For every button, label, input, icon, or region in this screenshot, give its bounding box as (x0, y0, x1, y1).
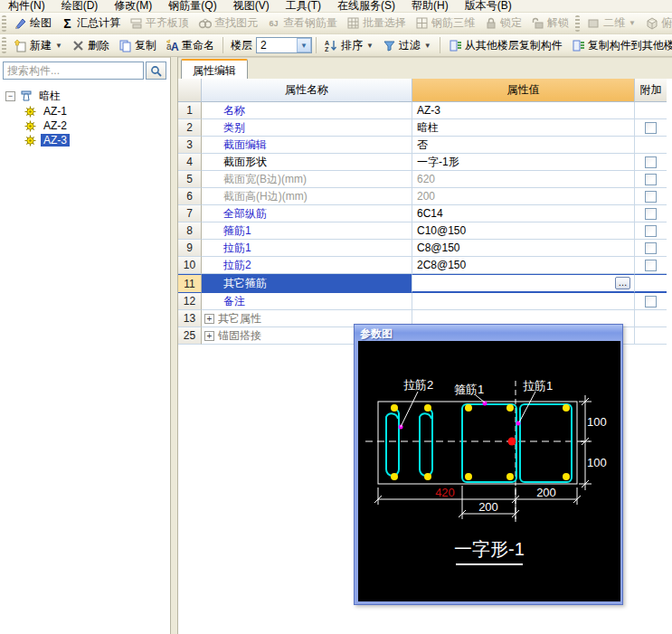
tie-markers (399, 402, 521, 430)
property-name[interactable]: 全部纵筋 (202, 205, 412, 222)
property-row-10[interactable]: 10拉筋22C8@150 (178, 257, 667, 274)
batch-select-button[interactable]: 批量选择 (342, 14, 411, 33)
expand-icon[interactable]: + (204, 314, 214, 324)
ellipsis-button[interactable]: … (615, 277, 630, 289)
attach-checkbox[interactable] (645, 122, 657, 134)
copy-to-floor-button[interactable]: 复制构件到其他楼层 (567, 36, 672, 55)
panel-splitter[interactable] (170, 57, 178, 634)
property-row-6[interactable]: 6截面高(H边)(mm)200 (178, 188, 667, 205)
tab-property-edit[interactable]: 属性编辑 (181, 59, 248, 79)
lock-button[interactable]: 锁定 (479, 14, 526, 33)
filter-button[interactable]: 过滤 ▼ (378, 36, 436, 55)
find-element-button[interactable]: 查找图元 (194, 14, 262, 33)
expand-icon[interactable]: + (204, 331, 214, 341)
param-window-titlebar[interactable]: 参数图 (355, 325, 622, 341)
sort-button[interactable]: AZ 排序 ▼ (320, 36, 378, 55)
tree-item-label[interactable]: AZ-3 (41, 134, 70, 147)
delete-button[interactable]: 删除 (67, 36, 114, 55)
menu-item[interactable]: 工具(T) (278, 0, 329, 13)
property-row-7[interactable]: 7全部纵筋6C14 (178, 205, 667, 222)
property-name[interactable]: 拉筋2 (202, 257, 412, 274)
property-value[interactable]: 暗柱 (412, 119, 635, 137)
property-row-9[interactable]: 9拉筋1C8@150 (178, 240, 667, 257)
property-name[interactable]: 其它箍筋 (202, 274, 412, 293)
attach-checkbox[interactable] (645, 191, 657, 203)
property-name[interactable]: 名称 (202, 102, 412, 119)
tree-item-AZ-2[interactable]: AZ-2 (13, 118, 170, 133)
param-diagram-window[interactable]: 参数图 (354, 324, 623, 605)
property-value[interactable]: 620 (412, 171, 635, 188)
property-value[interactable]: C10@150 (412, 222, 635, 240)
attach-checkbox[interactable] (645, 296, 657, 308)
floor-select[interactable]: 2 ▼ (256, 37, 312, 53)
property-row-12[interactable]: 12备注 (178, 293, 667, 310)
header-attach[interactable]: 附加 (635, 79, 667, 102)
tree-item-label[interactable]: AZ-1 (41, 105, 70, 118)
property-value[interactable]: AZ-3 (412, 102, 635, 119)
property-name[interactable]: 箍筋1 (202, 222, 412, 240)
property-row-11[interactable]: 11其它箍筋… (178, 274, 667, 293)
property-row-5[interactable]: 5截面宽(B边)(mm)620 (178, 171, 667, 188)
tree-root-item[interactable]: − 暗柱 (0, 88, 170, 104)
header-value[interactable]: 属性值 (412, 79, 635, 102)
menu-item[interactable]: 版本号(B) (457, 0, 520, 13)
attach-checkbox[interactable] (645, 260, 657, 271)
attach-checkbox[interactable] (645, 242, 657, 254)
copy-from-floor-button[interactable]: 从其他楼层复制构件 (444, 36, 567, 55)
property-name[interactable]: 截面宽(B边)(mm) (202, 171, 412, 188)
rename-button[interactable]: aA 重命名 (161, 36, 219, 55)
property-value[interactable]: 一字-1形 (412, 154, 635, 171)
menu-item[interactable]: 钢筋量(Q) (160, 0, 224, 13)
attach-checkbox[interactable] (645, 208, 657, 220)
toolbar-grip[interactable] (575, 15, 580, 32)
new-button[interactable]: 新建 ▼ (9, 36, 67, 55)
tree-root-label[interactable]: 暗柱 (36, 89, 63, 104)
view-rebar-qty-button[interactable]: 6J 查看钢筋量 (262, 14, 342, 33)
attach-checkbox[interactable] (645, 156, 657, 168)
property-row-3[interactable]: 3截面编辑否 (178, 137, 667, 154)
copy-button[interactable]: 复制 (114, 36, 161, 55)
property-value[interactable]: C8@150 (412, 240, 635, 257)
tree-item-AZ-3[interactable]: AZ-3 (13, 133, 170, 147)
property-name[interactable]: 截面形状 (202, 154, 412, 171)
property-row-2[interactable]: 2类别暗柱 (178, 119, 667, 137)
rebar-3d-button[interactable]: 钢筋三维 (411, 14, 479, 33)
menu-item[interactable]: 帮助(H) (403, 0, 457, 13)
property-row-4[interactable]: 4截面形状一字-1形 (178, 154, 667, 171)
menu-item[interactable]: 视图(V) (225, 0, 278, 13)
property-row-8[interactable]: 8箍筋1C10@150 (178, 222, 667, 240)
menu-item[interactable]: 构件(N) (0, 0, 53, 13)
header-name[interactable]: 属性名称 (202, 79, 412, 102)
property-value[interactable]: 2C8@150 (412, 257, 635, 274)
property-value[interactable] (412, 293, 635, 310)
search-button[interactable] (146, 62, 166, 80)
property-value[interactable]: … (412, 274, 635, 293)
draw-button[interactable]: 绘图 (9, 14, 56, 33)
property-name[interactable]: 截面高(H边)(mm) (202, 188, 412, 205)
tree-item-AZ-1[interactable]: AZ-1 (13, 104, 170, 118)
attach-checkbox[interactable] (645, 174, 657, 185)
combo-arrow-icon[interactable]: ▼ (297, 38, 311, 52)
property-row-1[interactable]: 1名称AZ-3 (178, 102, 667, 119)
property-name[interactable]: 拉筋1 (202, 240, 412, 257)
toolbar-grip[interactable] (2, 37, 6, 53)
top-view-button[interactable]: 俯视 (640, 14, 672, 33)
menu-item[interactable]: 绘图(D) (53, 0, 107, 13)
tree-item-label[interactable]: AZ-2 (41, 119, 70, 132)
view-mode-dropdown[interactable]: 二维 ▼ (582, 14, 640, 33)
search-input[interactable] (3, 62, 144, 80)
property-value[interactable]: 6C14 (412, 205, 635, 222)
attach-checkbox[interactable] (645, 225, 657, 237)
collapse-icon[interactable]: − (5, 91, 15, 101)
property-value[interactable]: 200 (412, 188, 635, 205)
menu-item[interactable]: 在线服务(S) (329, 0, 403, 13)
property-name[interactable]: 备注 (202, 293, 412, 310)
align-slab-top-button[interactable]: 平齐板顶 (125, 14, 194, 33)
summarize-button[interactable]: Σ 汇总计算 (56, 14, 125, 33)
menu-item[interactable]: 修改(M) (106, 0, 160, 13)
property-name[interactable]: 截面编辑 (202, 137, 412, 154)
unlock-button[interactable]: 解锁 (526, 14, 573, 33)
property-value[interactable]: 否 (412, 137, 635, 154)
property-name[interactable]: 类别 (202, 119, 412, 137)
toolbar-grip[interactable] (2, 15, 6, 32)
